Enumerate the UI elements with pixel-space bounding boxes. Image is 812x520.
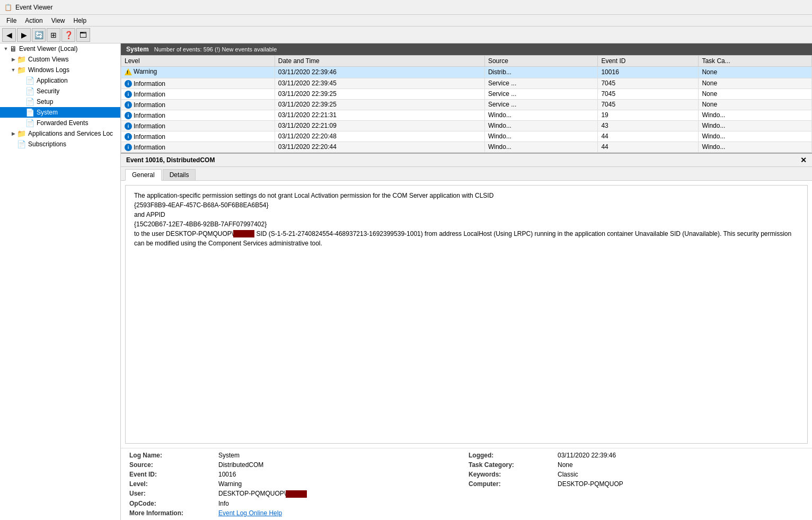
detail-fields: Log Name: System Logged: 03/11/2020 22:3… bbox=[121, 448, 812, 520]
forward-button[interactable]: ▶ bbox=[17, 28, 31, 42]
field-label-user: User: bbox=[129, 490, 214, 498]
cell-eventid: 7045 bbox=[598, 89, 699, 99]
sidebar-item-windows-logs[interactable]: ▼ 📁 Windows Logs bbox=[0, 65, 120, 75]
expand-icon: ▶ bbox=[10, 57, 17, 62]
event-list-panel: System Number of events: 596 (!) New eve… bbox=[121, 43, 812, 153]
cell-eventid: 19 bbox=[598, 110, 699, 120]
field-value-moreinfo[interactable]: Event Log Online Help bbox=[218, 509, 464, 517]
cell-eventid: 7045 bbox=[598, 99, 699, 110]
detail-header: Event 10016, DistributedCOM ✕ bbox=[121, 154, 812, 167]
cell-level: i Information bbox=[121, 89, 275, 99]
properties-button[interactable]: ⊞ bbox=[47, 28, 60, 42]
cell-source: Windo... bbox=[484, 131, 598, 142]
table-row[interactable]: i Information 03/11/2020 22:20:48 Windo.… bbox=[121, 131, 812, 142]
cell-taskcat: Windo... bbox=[699, 142, 812, 152]
cell-level: i Information bbox=[121, 142, 275, 152]
field-label-eventid: Event ID: bbox=[129, 471, 214, 478]
app-icon: 📋 bbox=[4, 4, 12, 11]
table-row[interactable]: ! Warning 03/11/2020 22:39:46 Distrib...… bbox=[121, 67, 812, 78]
node-icon: 🖥 bbox=[10, 45, 17, 53]
node-icon: 📄 bbox=[25, 76, 34, 85]
cell-taskcat: Windo... bbox=[699, 110, 812, 120]
node-icon: 📁 bbox=[17, 55, 26, 64]
back-button[interactable]: ◀ bbox=[2, 28, 16, 42]
field-value-opcode: Info bbox=[218, 500, 464, 507]
cell-level: i Information bbox=[121, 120, 275, 131]
toolbar: ◀ ▶ 🔄 ⊞ ❓ 🗔 bbox=[0, 27, 812, 43]
expand-icon: ▶ bbox=[10, 131, 17, 136]
cell-source: Service ... bbox=[484, 78, 598, 89]
field-value-keywords: Classic bbox=[558, 471, 804, 478]
field-label-opcode: OpCode: bbox=[129, 500, 214, 507]
sidebar-item-label: Setup bbox=[37, 98, 53, 105]
col-source[interactable]: Source bbox=[484, 56, 598, 67]
sidebar-item-custom-views[interactable]: ▶ 📁 Custom Views bbox=[0, 54, 120, 65]
cell-source: Service ... bbox=[484, 99, 598, 110]
field-value-user: DESKTOP-PQMQUOP\ bbox=[218, 490, 464, 498]
field-label-level: Level: bbox=[129, 480, 214, 488]
field-value-logname: System bbox=[218, 452, 464, 459]
sidebar-item-security[interactable]: 📄 Security bbox=[0, 86, 120, 96]
help-button[interactable]: ❓ bbox=[61, 28, 75, 42]
cell-source: Windo... bbox=[484, 110, 598, 120]
table-row[interactable]: i Information 03/11/2020 22:21:31 Windo.… bbox=[121, 110, 812, 120]
sidebar-item-label: Custom Views bbox=[28, 56, 68, 63]
cell-eventid: 44 bbox=[598, 131, 699, 142]
sidebar-item-forwarded-events[interactable]: 📄 Forwarded Events bbox=[0, 118, 120, 128]
sidebar-item-label: Subscriptions bbox=[28, 140, 66, 148]
cell-datetime: 03/11/2020 22:20:48 bbox=[275, 131, 484, 142]
cell-taskcat: None bbox=[699, 67, 812, 78]
cell-eventid: 7045 bbox=[598, 78, 699, 89]
sidebar-item-system[interactable]: 📄 System bbox=[0, 107, 120, 118]
expand-icon: ▼ bbox=[10, 67, 17, 73]
window-button[interactable]: 🗔 bbox=[76, 28, 90, 42]
cell-eventid: 43 bbox=[598, 120, 699, 131]
sidebar-item-application[interactable]: 📄 Application bbox=[0, 75, 120, 86]
cell-datetime: 03/11/2020 22:20:44 bbox=[275, 142, 484, 152]
table-row[interactable]: i Information 03/11/2020 22:39:25 Servic… bbox=[121, 99, 812, 110]
col-datetime[interactable]: Date and Time bbox=[275, 56, 484, 67]
event-table-scroll[interactable]: Level Date and Time Source Event ID Task… bbox=[121, 55, 812, 153]
table-row[interactable]: i Information 03/11/2020 22:20:44 Windo.… bbox=[121, 142, 812, 152]
menu-bar: File Action View Help bbox=[0, 15, 812, 27]
menu-help[interactable]: Help bbox=[69, 16, 91, 25]
sidebar-item-label: Applications and Services Loc bbox=[28, 130, 113, 137]
cell-datetime: 03/11/2020 22:21:31 bbox=[275, 110, 484, 120]
sidebar-item-event-viewer-local[interactable]: ▼ 🖥 Event Viewer (Local) bbox=[0, 43, 120, 54]
field-label-logname: Log Name: bbox=[129, 452, 214, 459]
sidebar-item-setup[interactable]: 📄 Setup bbox=[0, 96, 120, 107]
sidebar-item-label: Security bbox=[37, 87, 59, 95]
table-row[interactable]: i Information 03/11/2020 22:39:25 Servic… bbox=[121, 89, 812, 99]
main-container: ▼ 🖥 Event Viewer (Local) ▶ 📁 Custom View… bbox=[0, 43, 812, 520]
detail-body: The application-specific permission sett… bbox=[121, 181, 812, 521]
title-bar: 📋 Event Viewer bbox=[0, 0, 812, 15]
tab-details[interactable]: Details bbox=[163, 169, 196, 180]
sidebar-item-label: Windows Logs bbox=[28, 66, 69, 74]
cell-datetime: 03/11/2020 22:39:25 bbox=[275, 99, 484, 110]
node-icon: 📄 bbox=[25, 119, 34, 127]
menu-file[interactable]: File bbox=[2, 16, 21, 25]
col-eventid[interactable]: Event ID bbox=[598, 56, 699, 67]
refresh-button[interactable]: 🔄 bbox=[32, 28, 46, 42]
col-level[interactable]: Level bbox=[121, 56, 275, 67]
cell-taskcat: None bbox=[699, 78, 812, 89]
cell-level: i Information bbox=[121, 99, 275, 110]
tab-general[interactable]: General bbox=[125, 169, 162, 181]
cell-taskcat: None bbox=[699, 99, 812, 110]
sidebar-item-subscriptions[interactable]: 📄 Subscriptions bbox=[0, 139, 120, 149]
sidebar-item-label: System bbox=[37, 109, 58, 116]
menu-view[interactable]: View bbox=[47, 16, 69, 25]
menu-action[interactable]: Action bbox=[21, 16, 47, 25]
field-value-computer: DESKTOP-PQMQUOP bbox=[558, 480, 804, 488]
detail-panel: Event 10016, DistributedCOM ✕ General De… bbox=[121, 153, 812, 521]
table-row[interactable]: i Information 03/11/2020 22:39:45 Servic… bbox=[121, 78, 812, 89]
table-row[interactable]: i Information 03/11/2020 22:21:09 Windo.… bbox=[121, 120, 812, 131]
detail-close-icon[interactable]: ✕ bbox=[800, 156, 807, 164]
field-label-source: Source: bbox=[129, 461, 214, 469]
sidebar-item-apps-services[interactable]: ▶ 📁 Applications and Services Loc bbox=[0, 128, 120, 139]
node-icon: 📄 bbox=[25, 108, 34, 117]
cell-taskcat: Windo... bbox=[699, 131, 812, 142]
cell-taskcat: Windo... bbox=[699, 120, 812, 131]
col-taskcat[interactable]: Task Ca... bbox=[699, 56, 812, 67]
detail-message: The application-specific permission sett… bbox=[125, 185, 808, 444]
